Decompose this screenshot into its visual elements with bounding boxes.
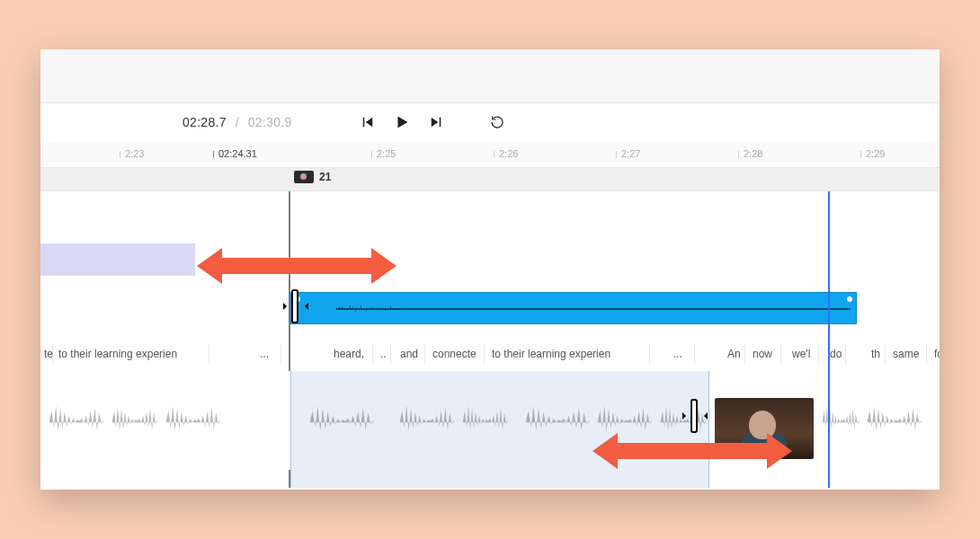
transcript-word[interactable]: and xyxy=(396,344,425,364)
waveform-segment xyxy=(166,396,220,445)
ruler-tick: 2:27 xyxy=(621,141,640,159)
next-frame-button[interactable] xyxy=(422,108,450,137)
svg-rect-1 xyxy=(439,118,441,128)
transcript-word[interactable]: same xyxy=(889,344,927,364)
playback-bar: 02:28.7 / 02:30.9 xyxy=(40,103,940,141)
time-ruler[interactable]: 2:2302:24.312:252:262:272:282:29 xyxy=(40,141,940,168)
transcript-word[interactable]: ... xyxy=(670,344,695,364)
transcript-word[interactable]: .. xyxy=(377,344,391,364)
transcript-word[interactable]: th xyxy=(868,344,886,364)
timeline-area[interactable]: teto their learning experien...heard,..a… xyxy=(40,191,940,488)
transcript-word[interactable]: to their learning experien xyxy=(55,344,209,364)
waveform-segment xyxy=(49,396,103,445)
transcript-word[interactable]: heard, xyxy=(330,344,373,364)
editor-window: 02:28.7 / 02:30.9 2:2302:24.312:252:262:… xyxy=(40,49,940,490)
transcript-word[interactable]: to their learning experien xyxy=(488,344,650,364)
scene-chip[interactable]: 21 xyxy=(294,171,331,183)
transcript-word[interactable]: we'l xyxy=(788,344,819,364)
top-strip xyxy=(40,49,940,103)
play-button[interactable] xyxy=(388,108,416,137)
ruler-tick: 2:23 xyxy=(125,141,144,159)
transcript-word[interactable]: for xyxy=(931,344,940,364)
transcript-word[interactable]: now xyxy=(749,344,781,364)
scene-bar: 21 xyxy=(40,168,940,191)
ruler-tick: 2:29 xyxy=(866,141,885,159)
svg-rect-3 xyxy=(691,400,697,432)
loop-button[interactable] xyxy=(483,108,512,137)
prev-frame-button[interactable] xyxy=(353,108,382,137)
transcript-word[interactable]: te xyxy=(40,344,53,364)
ruler-tick: 2:26 xyxy=(499,141,518,159)
annotation-arrow-bottom xyxy=(616,443,769,459)
annotation-arrow-top xyxy=(220,258,373,274)
trim-handle-right[interactable] xyxy=(682,398,708,434)
waveform-segment xyxy=(112,396,157,445)
timecode-total: 02:30.9 xyxy=(248,115,292,129)
transcript-word[interactable]: ... xyxy=(256,344,281,364)
clip-handle-dot-right xyxy=(847,296,852,302)
waveform-segment xyxy=(868,396,922,445)
overdub-waveform xyxy=(336,308,851,310)
waveform-selection-region[interactable] xyxy=(290,371,709,488)
transcript-word[interactable]: connecte xyxy=(429,344,485,364)
svg-rect-2 xyxy=(292,290,298,323)
svg-rect-0 xyxy=(362,118,364,128)
ruler-tick: 2:28 xyxy=(744,141,762,159)
transcript-word-row[interactable]: teto their learning experien...heard,..a… xyxy=(40,344,940,364)
overdub-audio-clip[interactable] xyxy=(290,292,857,324)
transcript-word[interactable]: An xyxy=(724,344,745,364)
playhead[interactable] xyxy=(828,191,830,488)
timecode-current: 02:28.7 xyxy=(183,115,227,129)
scene-thumbnail-icon xyxy=(294,171,314,183)
timecode-separator: / xyxy=(236,115,239,129)
trim-handle-left[interactable] xyxy=(283,288,308,324)
ruler-tick: 02:24.31 xyxy=(218,141,257,159)
ghost-clip[interactable] xyxy=(40,243,195,276)
ruler-tick: 2:25 xyxy=(377,141,396,159)
scene-label: 21 xyxy=(319,171,331,183)
